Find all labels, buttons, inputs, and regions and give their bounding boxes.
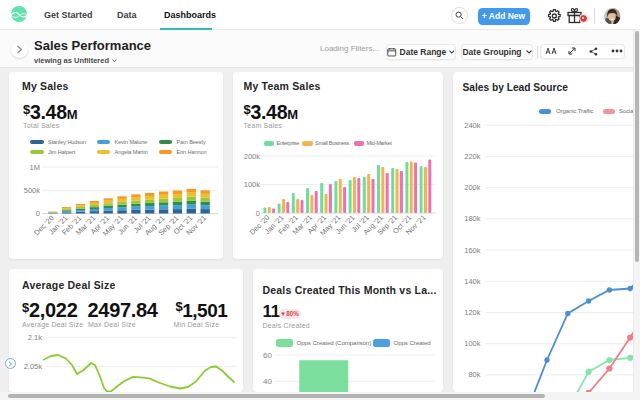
svg-text:180k: 180k: [464, 214, 481, 223]
svg-text:0: 0: [36, 209, 40, 218]
svg-text:1M: 1M: [30, 163, 40, 172]
svg-text:2.1k: 2.1k: [28, 333, 42, 342]
svg-text:60: 60: [263, 351, 272, 360]
svg-text:240k: 240k: [464, 121, 481, 130]
svg-text:100k: 100k: [244, 180, 261, 189]
svg-text:120k: 120k: [464, 308, 481, 317]
svg-text:100k: 100k: [464, 339, 481, 348]
svg-text:0: 0: [256, 209, 260, 218]
svg-text:2.05k: 2.05k: [24, 361, 43, 370]
svg-text:500k: 500k: [24, 186, 41, 195]
svg-text:40: 40: [263, 377, 272, 386]
svg-text:220k: 220k: [464, 152, 481, 161]
svg-text:80k: 80k: [468, 370, 480, 379]
svg-text:200k: 200k: [464, 183, 481, 192]
svg-text:200k: 200k: [244, 152, 261, 161]
svg-text:140k: 140k: [464, 277, 481, 286]
svg-text:160k: 160k: [464, 246, 481, 255]
